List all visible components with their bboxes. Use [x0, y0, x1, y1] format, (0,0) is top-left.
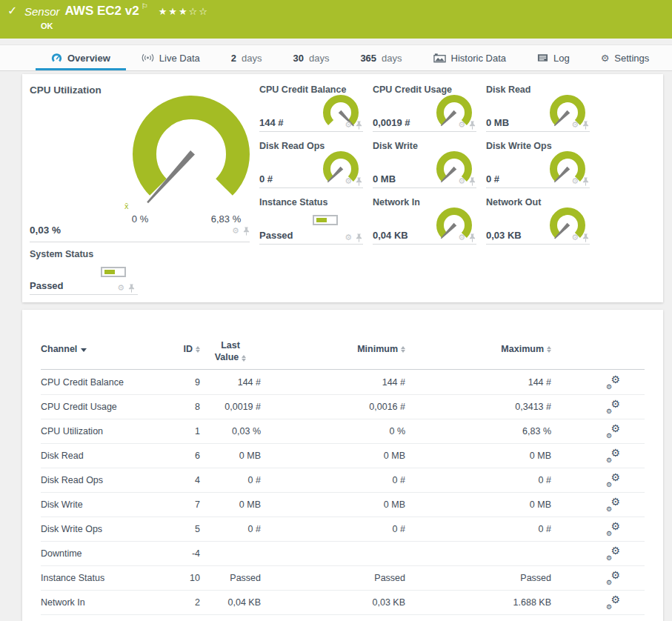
- cell-id: -4: [159, 548, 200, 559]
- cell-last-value: 0,03 %: [200, 426, 261, 436]
- channel-tile: Instance Status Passed ⚙: [259, 197, 363, 245]
- channel-settings-icon[interactable]: ⚙⚙: [606, 450, 620, 462]
- pin-icon[interactable]: [356, 233, 362, 245]
- gear-icon[interactable]: ⚙: [571, 177, 579, 185]
- channel-settings-icon[interactable]: ⚙⚙: [606, 499, 620, 511]
- tab-live-data[interactable]: Live Data: [126, 45, 216, 70]
- channel-settings-icon[interactable]: ⚙⚙: [606, 597, 620, 609]
- cell-last-value: 0 #: [200, 475, 261, 485]
- gear-icon[interactable]: ⚙: [232, 227, 239, 235]
- table-row: CPU Credit Usage 8 0,0019 # 0,0016 # 0,3…: [41, 395, 645, 419]
- priority-stars[interactable]: ★★★☆☆: [159, 6, 209, 17]
- cell-minimum: 0 #: [261, 475, 405, 485]
- tab-label: Settings: [614, 53, 649, 64]
- divider: [30, 242, 250, 242]
- cell-last-value: 144 #: [200, 377, 261, 388]
- gauge-icon: [51, 53, 62, 63]
- pin-icon[interactable]: [582, 176, 589, 188]
- gear-icon[interactable]: ⚙: [458, 121, 465, 129]
- cell-channel: CPU Utilization: [41, 426, 159, 436]
- channel-value: 144 #: [259, 117, 284, 128]
- cell-last-value: 0 #: [200, 524, 261, 534]
- pin-icon[interactable]: [356, 120, 362, 132]
- table-rows: CPU Credit Balance 9 144 # 144 # 144 # ⚙…: [41, 371, 645, 615]
- channel-settings-icon[interactable]: ⚙⚙: [606, 572, 620, 585]
- pin-icon[interactable]: [582, 233, 589, 245]
- tab-30-days[interactable]: 30 days: [277, 45, 345, 70]
- cell-last-value: Passed: [200, 573, 261, 583]
- tab-2-days[interactable]: 2 days: [216, 45, 278, 70]
- cell-last-value: 0 MB: [200, 499, 261, 510]
- column-header-maximum[interactable]: Maximum: [405, 339, 551, 369]
- tab-number: 2: [231, 53, 236, 64]
- column-header-channel[interactable]: Channel: [41, 339, 159, 369]
- cell-id: 2: [159, 597, 200, 608]
- cpu-utilization-gauge: [117, 92, 265, 218]
- gear-icon[interactable]: ⚙: [571, 121, 579, 129]
- channel-value: 0 #: [486, 173, 499, 185]
- cell-minimum: Passed: [261, 573, 405, 583]
- gear-icon[interactable]: ⚙: [458, 177, 465, 185]
- cell-maximum: 0 MB: [405, 451, 551, 461]
- sensor-kind-label: Sensor: [24, 5, 60, 18]
- channel-value: 0,03 KB: [486, 230, 522, 241]
- cell-channel: Disk Read: [41, 451, 159, 461]
- tab-log[interactable]: Log: [522, 45, 585, 70]
- gear-icon[interactable]: ⚙: [345, 177, 352, 185]
- status-indicator: [313, 215, 338, 225]
- column-header-minimum[interactable]: Minimum: [261, 339, 405, 369]
- tab-365-days[interactable]: 365 days: [345, 45, 417, 70]
- pin-icon[interactable]: [243, 226, 250, 238]
- column-header-last-value[interactable]: Last Value: [200, 339, 261, 369]
- channel-settings-icon[interactable]: ⚙⚙: [606, 548, 620, 560]
- tab-label: Live Data: [159, 53, 200, 64]
- tab-historic-data[interactable]: Historic Data: [418, 45, 522, 70]
- cell-maximum: 0 #: [405, 524, 551, 534]
- sensor-name: AWS EC2 v2: [65, 4, 139, 19]
- table-row: Disk Write Ops 5 0 # 0 # 0 # ⚙⚙: [41, 517, 645, 542]
- table-row: Instance Status 10 Passed Passed Passed …: [41, 566, 645, 591]
- pin-icon[interactable]: [469, 176, 476, 188]
- pin-icon[interactable]: [356, 176, 362, 188]
- cell-last-value: 0 MB: [200, 451, 261, 461]
- cell-maximum: Passed: [405, 573, 551, 583]
- column-header-id[interactable]: ID: [159, 339, 200, 369]
- historic-chart-icon: [433, 53, 446, 63]
- channel-tile: Disk Write 0 MB ⚙: [373, 141, 476, 188]
- pin-icon[interactable]: [469, 233, 476, 245]
- tab-label: Log: [553, 53, 570, 64]
- channel-value: 0,0019 #: [373, 117, 410, 128]
- channel-value: 0,04 KB: [373, 230, 408, 241]
- channel-settings-icon[interactable]: ⚙⚙: [606, 376, 620, 389]
- channel-settings-icon[interactable]: ⚙⚙: [606, 425, 620, 438]
- sort-icon[interactable]: [242, 355, 246, 362]
- table-row: Network In 2 0,04 KB 0,03 KB 1.688 KB ⚙⚙: [41, 591, 645, 615]
- channel-settings-icon[interactable]: ⚙⚙: [606, 401, 620, 414]
- channel-title: Instance Status: [259, 197, 363, 207]
- cell-maximum: 6,83 %: [405, 426, 551, 436]
- channel-value: 0,03 %: [30, 225, 61, 236]
- sensor-header: ✓ Sensor AWS EC2 v2 ⚐ ★★★☆☆ OK: [0, 0, 672, 39]
- tab-unit: days: [382, 53, 402, 64]
- pin-icon[interactable]: [582, 120, 589, 132]
- cell-maximum: 0,3413 #: [405, 402, 551, 412]
- channel-table-panel: Channel ID Last Value Minimum Maximum: [22, 310, 663, 621]
- gear-icon[interactable]: ⚙: [117, 284, 124, 292]
- pin-icon[interactable]: [469, 120, 476, 132]
- tab-settings[interactable]: ⚙ Settings: [585, 45, 665, 70]
- gear-icon[interactable]: ⚙: [458, 233, 465, 242]
- gear-icon[interactable]: ⚙: [345, 121, 352, 129]
- tab-unit: days: [309, 53, 329, 64]
- cell-maximum: 0 MB: [405, 499, 551, 510]
- tab-overview[interactable]: Overview: [36, 45, 126, 70]
- channel-tile: Disk Write Ops 0 # ⚙: [486, 141, 590, 188]
- channel-settings-icon[interactable]: ⚙⚙: [606, 474, 620, 487]
- pin-icon[interactable]: [128, 283, 135, 295]
- channel-settings-icon[interactable]: ⚙⚙: [606, 523, 620, 536]
- table-row: Disk Write 7 0 MB 0 MB 0 MB ⚙⚙: [41, 493, 645, 517]
- table-row: Disk Read Ops 4 0 # 0 # 0 # ⚙⚙: [41, 468, 645, 493]
- cell-id: 5: [159, 524, 200, 534]
- cell-id: 6: [159, 451, 200, 461]
- gear-icon[interactable]: ⚙: [571, 233, 579, 242]
- gear-icon[interactable]: ⚙: [345, 233, 352, 242]
